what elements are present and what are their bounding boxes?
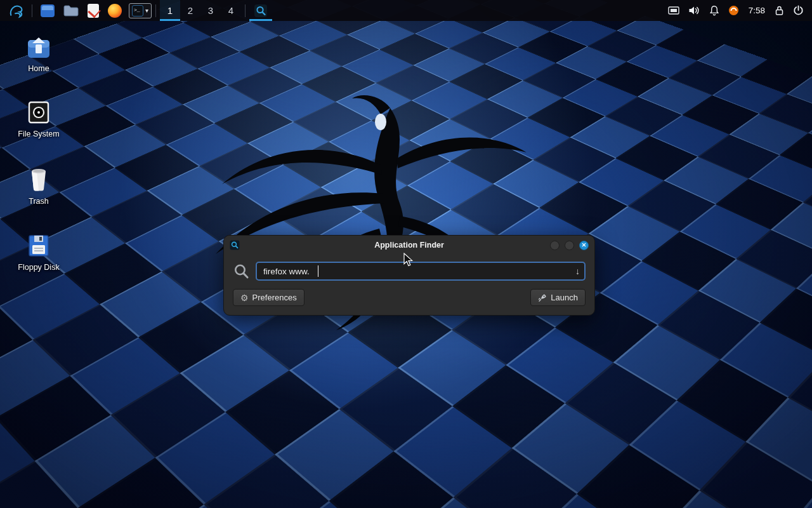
launch-icon [538, 293, 547, 302]
app-finder-launcher[interactable] [249, 0, 272, 21]
display-icon[interactable] [664, 6, 684, 15]
desktop-icon-file-system[interactable]: File System [10, 100, 68, 138]
button-row: ⚙ Preferences Launch [233, 289, 586, 306]
folder-icon [63, 4, 79, 17]
file-manager-launcher[interactable] [36, 0, 59, 21]
text-editor-launcher[interactable] [83, 0, 103, 21]
desktop-icon-trash[interactable]: Trash [10, 166, 68, 206]
panel-separator [245, 4, 246, 17]
terminal-icon: >_ [132, 5, 143, 17]
preferences-button[interactable]: ⚙ Preferences [233, 289, 304, 306]
files-launcher[interactable] [59, 0, 83, 21]
desktop-icon-label: Home [28, 64, 49, 73]
application-finder-window: Application Finder ✕ ↓ [223, 235, 595, 316]
volume-icon[interactable] [684, 6, 705, 15]
close-icon: ✕ [582, 243, 587, 248]
desktop-icon-label: Trash [29, 197, 49, 206]
maximize-button[interactable] [565, 241, 574, 250]
logout-icon[interactable] [789, 5, 808, 16]
titlebar[interactable]: Application Finder ✕ [224, 236, 594, 255]
chevron-down-icon[interactable]: ▾ [145, 8, 148, 14]
desktop-icon-label: Floppy Disk [18, 263, 59, 272]
terminal-launcher[interactable]: >_ ▾ [129, 3, 152, 18]
workspace-2[interactable]: 2 [180, 0, 200, 21]
top-panel: >_ ▾ 1 2 3 4 [0, 0, 812, 21]
panel-separator [32, 4, 32, 17]
dialog-body: ↓ ⚙ Preferences Launch [224, 255, 594, 315]
window-buttons: ✕ [550, 241, 589, 250]
text-editor-icon [88, 4, 99, 18]
update-status-icon[interactable] [724, 5, 743, 16]
workspace-switcher: 1 2 3 4 [160, 0, 241, 21]
trash-icon [27, 166, 51, 192]
launch-label: Launch [551, 293, 578, 302]
lock-icon[interactable] [770, 5, 789, 16]
firefox-icon [108, 4, 122, 18]
file-manager-icon [41, 4, 55, 17]
home-icon [25, 35, 52, 59]
desktop-icon-label: File System [18, 130, 59, 138]
close-button[interactable]: ✕ [579, 241, 589, 250]
minimize-button[interactable] [550, 241, 560, 250]
panel-separator [155, 4, 156, 17]
app-finder-icon [254, 4, 268, 18]
panel-right: 7:58 [664, 0, 808, 21]
gear-icon: ⚙ [240, 293, 249, 302]
firefox-launcher[interactable] [103, 0, 126, 21]
desktop-icon-floppy-disk[interactable]: Floppy Disk [10, 234, 68, 272]
floppy-disk-icon [27, 234, 51, 258]
workspace-4[interactable]: 4 [221, 0, 241, 21]
search-icon [233, 263, 250, 280]
search-field: ↓ [256, 262, 586, 281]
desktop: >_ ▾ 1 2 3 4 [0, 0, 812, 508]
panel-left: >_ ▾ 1 2 3 4 [4, 0, 272, 21]
kali-logo-icon [8, 3, 23, 18]
launch-button[interactable]: Launch [530, 289, 586, 306]
application-finder-title-icon [230, 240, 240, 250]
workspace-1[interactable]: 1 [160, 0, 180, 21]
search-input[interactable] [256, 262, 586, 281]
search-row: ↓ [233, 262, 586, 281]
clock[interactable]: 7:58 [743, 6, 770, 15]
file-system-icon [26, 100, 51, 124]
window-title: Application Finder [224, 241, 594, 250]
desktop-icon-home[interactable]: Home [10, 35, 68, 73]
workspace-3[interactable]: 3 [200, 0, 221, 21]
dropdown-arrow-icon[interactable]: ↓ [575, 266, 580, 276]
applications-menu-button[interactable] [4, 0, 28, 21]
text-caret [318, 265, 318, 277]
preferences-label: Preferences [252, 293, 297, 302]
notifications-bell-icon[interactable] [705, 5, 724, 16]
